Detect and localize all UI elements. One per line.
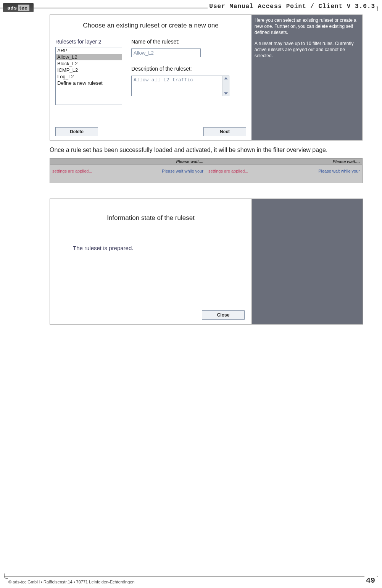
ruleset-desc-input[interactable]: Allow all L2 traffic (131, 76, 229, 96)
name-label: Name of the ruleset: (131, 39, 246, 45)
desc-label: Description of the ruleset: (131, 66, 246, 72)
brand-logo: adstec (3, 3, 34, 12)
dialog-title: Choose an existing ruleset or create a n… (55, 22, 246, 29)
delete-button[interactable]: Delete (55, 127, 98, 136)
ruleset-list-item[interactable]: Block_L2 (56, 60, 122, 67)
list-label: Rulesets for layer 2 (55, 39, 122, 45)
ruleset-list-item[interactable]: Allow_L2 (56, 54, 122, 60)
next-button[interactable]: Next (203, 127, 246, 136)
ruleset-list-item[interactable]: Define a new ruleset (56, 80, 122, 86)
wait-title-right: Please wait.... (206, 158, 362, 165)
help-sidebar: Here you can select an existing ruleset … (251, 15, 362, 140)
help-text-2: A ruleset may have up to 10 filter rules… (255, 40, 359, 59)
ruleset-list-item[interactable]: ARP (56, 47, 122, 54)
textarea-scrollbar[interactable] (222, 76, 229, 96)
wait-title-left: Please wait.... (50, 158, 206, 165)
logo-part-2: tec (18, 5, 29, 11)
page-number: 49 (364, 576, 377, 585)
wait-left-a: settings are applied... (52, 169, 92, 173)
help-text-1: Here you can select an existing ruleset … (255, 17, 359, 36)
footer-copyright: © ads-tec GmbH • Raiffeisenstr.14 • 7077… (7, 580, 136, 584)
ruleset-name-input[interactable]: Allow_L2 (131, 48, 201, 57)
info-sidebar-empty (252, 199, 363, 325)
wait-right-b: Please wait while your (318, 169, 360, 173)
info-title: Information state of the ruleset (50, 199, 251, 222)
wait-left-b: Please wait while your (162, 169, 203, 173)
close-button[interactable]: Close (202, 310, 245, 320)
body-paragraph: Once a rule set has been successfully lo… (50, 146, 363, 154)
logo-part-1: ads (7, 5, 17, 11)
info-message: The ruleset is prepared. (50, 222, 251, 251)
ruleset-list-item[interactable]: ICMP_L2 (56, 67, 122, 73)
please-wait-screenshot: Please wait.... settings are applied... … (50, 158, 363, 183)
document-title: User Manual Access Point / Client V 3.0.… (208, 3, 377, 10)
info-state-dialog-screenshot: Information state of the ruleset The rul… (50, 199, 252, 325)
ruleset-listbox[interactable]: ARPAllow_L2Block_L2ICMP_L2Log_L2Define a… (55, 47, 122, 105)
ruleset-desc-value: Allow all L2 traffic (132, 76, 222, 96)
ruleset-list-item[interactable]: Log_L2 (56, 73, 122, 80)
ruleset-dialog-screenshot: Choose an existing ruleset or create a n… (50, 15, 363, 141)
wait-right-a: settings are applied... (208, 169, 248, 173)
